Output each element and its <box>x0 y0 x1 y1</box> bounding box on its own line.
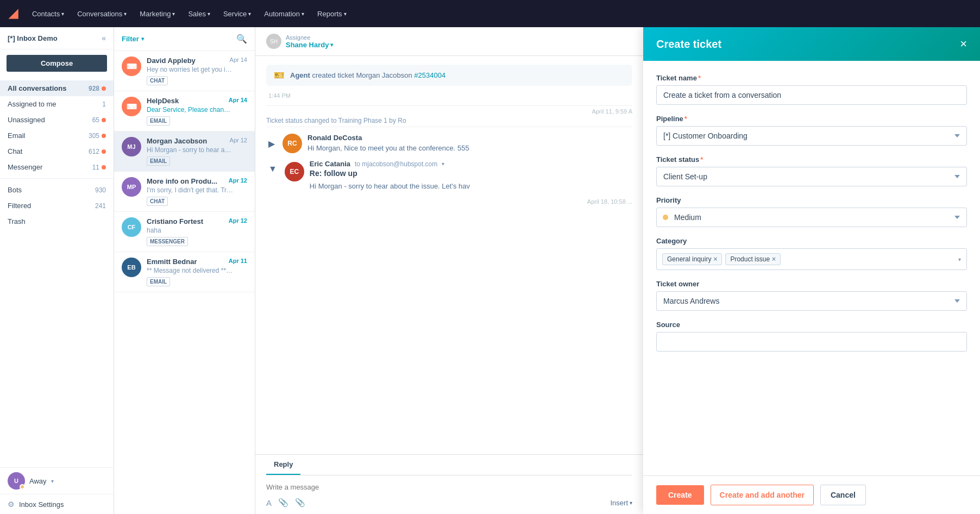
priority-select[interactable]: Medium <box>656 208 967 227</box>
conv-date: Apr 14 <box>229 97 247 103</box>
settings-icon: ⚙ <box>8 500 15 509</box>
conv-item[interactable]: ⌨ HelpDesk Apr 14 Dear Service, Please c… <box>114 91 255 131</box>
conv-preview: I'm sorry, I didn't get that. Try aga... <box>147 186 234 194</box>
ticket-owner-select[interactable]: Marcus Andrews <box>656 291 967 311</box>
category-group: Category General inquiry × Product issue… <box>656 237 967 270</box>
avatar: CF <box>122 217 141 237</box>
conv-name: Cristiano Fortest <box>147 217 203 225</box>
sidebar-item-trash[interactable]: Trash <box>0 214 114 229</box>
emoji-icon[interactable]: 📎 <box>295 498 305 507</box>
sidebar-item-assigned-to-me[interactable]: Assigned to me 1 <box>0 96 114 112</box>
user-status[interactable]: Away <box>29 477 47 485</box>
sidebar-item-email[interactable]: Email 305 <box>0 128 114 143</box>
ticket-status-select[interactable]: Client Set-up <box>656 167 967 186</box>
source-input[interactable] <box>656 332 967 352</box>
reply-area: Reply A 📎 📎 Insert ▾ <box>255 454 643 514</box>
sidebar-item-unassigned[interactable]: Unassigned 65 <box>0 112 114 128</box>
conv-preview: Hi Morgan - sorry to hear about th... <box>147 146 234 154</box>
dot-all <box>102 86 106 91</box>
sidebar-item-messenger[interactable]: Messenger 11 <box>0 159 114 175</box>
msg-avatar: RC <box>282 134 302 153</box>
nav-item-reports[interactable]: Reports▾ <box>312 7 352 21</box>
filter-button[interactable]: Filter ▾ <box>122 35 144 43</box>
conv-date: Apr 14 <box>230 57 247 63</box>
tab-reply[interactable]: Reply <box>266 455 300 475</box>
conv-preview: haha <box>147 227 234 234</box>
create-and-add-another-button[interactable]: Create and add another <box>711 485 814 505</box>
reply-tabs: Reply <box>266 455 632 475</box>
conv-tag: EMAIL <box>147 156 170 166</box>
conv-name: Morgan Jacobson <box>147 137 207 145</box>
status-change: April 11, 9:59 A Ticket status changed t… <box>266 105 632 127</box>
avatar: ⌨ <box>122 97 141 116</box>
expand-message-button[interactable]: ▶ <box>266 139 277 149</box>
msg-to-chevron-icon[interactable]: ▾ <box>442 161 444 167</box>
sidebar-item-chat[interactable]: Chat 612 <box>0 143 114 159</box>
sidebar-item-bots[interactable]: Bots 930 <box>0 182 114 198</box>
create-button[interactable]: Create <box>656 485 704 505</box>
last-time: April 18, 10:58 ... <box>266 198 632 205</box>
assignee-name[interactable]: Shane Hardy ▾ <box>286 41 333 49</box>
conv-item-selected[interactable]: MJ Morgan Jacobson Apr 12 Hi Morgan - so… <box>114 131 255 172</box>
ticket-icon: 🎫 <box>274 70 285 80</box>
conv-date: Apr 12 <box>229 177 247 184</box>
top-nav: ◢ Contacts▾ Conversations▾ Marketing▾ Sa… <box>0 0 980 27</box>
source-label: Source <box>656 321 967 329</box>
category-tag-close-product[interactable]: × <box>772 255 776 263</box>
category-tag-close-general[interactable]: × <box>713 255 717 263</box>
conv-tag: EMAIL <box>147 116 170 126</box>
msg-body: Hi Morgan - sorry to hear about the issu… <box>310 181 632 192</box>
conv-tag: CHAT <box>147 76 168 85</box>
sidebar-collapse-icon[interactable]: « <box>102 34 106 42</box>
sidebar-header: [*] Inbox Demo « <box>0 27 114 49</box>
sidebar-item-filtered[interactable]: Filtered 241 <box>0 198 114 214</box>
cancel-button[interactable]: Cancel <box>820 485 866 505</box>
hubspot-logo: ◢ <box>9 7 18 21</box>
conv-tag: EMAIL <box>147 277 170 286</box>
conv-item[interactable]: ⌨ David Appleby Apr 14 Hey no worries le… <box>114 51 255 91</box>
sidebar-nav: All conversations 928 Assigned to me 1 U… <box>0 77 114 467</box>
conv-main: SH Assignee Shane Hardy ▾ 🎫 Agent create… <box>255 27 643 514</box>
main-container: [*] Inbox Demo « Compose All conversatio… <box>0 27 980 514</box>
nav-item-contacts[interactable]: Contacts▾ <box>27 7 70 21</box>
compose-button[interactable]: Compose <box>7 55 107 72</box>
ticket-name-input[interactable] <box>656 85 967 105</box>
nav-item-marketing[interactable]: Marketing▾ <box>134 7 180 21</box>
priority-label: Priority <box>656 196 967 204</box>
source-group: Source <box>656 321 967 352</box>
assignee-label: Assignee <box>286 34 333 41</box>
ticket-status-label: Ticket status* <box>656 155 967 164</box>
reply-input[interactable] <box>266 481 632 493</box>
text-format-icon[interactable]: A <box>266 498 272 507</box>
priority-group: Priority Medium <box>656 196 967 227</box>
insert-button[interactable]: Insert ▾ <box>610 499 632 507</box>
assignee-avatar: SH <box>266 34 281 49</box>
nav-item-sales[interactable]: Sales▾ <box>183 7 216 21</box>
category-tag-product: Product issue × <box>725 253 781 265</box>
message-bubble: ▶ RC Ronald DeCosta Hi Morgan, Nice to m… <box>266 134 632 153</box>
nav-item-conversations[interactable]: Conversations▾ <box>72 7 132 21</box>
conv-tag: CHAT <box>147 197 168 206</box>
attachment-icon[interactable]: 📎 <box>278 498 288 507</box>
avatar: U <box>8 472 25 490</box>
category-chevron-icon: ▾ <box>958 256 961 262</box>
collapse-message-button[interactable]: ▼ <box>266 164 279 174</box>
category-field[interactable]: General inquiry × Product issue × ▾ <box>656 248 967 270</box>
msg-subject: Re: follow up <box>310 169 632 178</box>
search-icon[interactable]: 🔍 <box>236 34 247 44</box>
away-dot <box>20 484 25 490</box>
conv-item[interactable]: CF Cristiano Fortest Apr 12 haha MESSENG… <box>114 212 255 252</box>
conv-name: Emmitt Bednar <box>147 258 197 266</box>
ticket-name-group: Ticket name* <box>656 74 967 105</box>
panel-header: Create ticket × <box>643 27 980 61</box>
inbox-settings-row[interactable]: ⚙ Inbox Settings <box>0 494 114 514</box>
conv-item[interactable]: EB Emmitt Bednar Apr 11 ** Message not d… <box>114 252 255 292</box>
inbox-title[interactable]: [*] Inbox Demo <box>8 34 58 42</box>
pipeline-select[interactable]: [*] Customer Onboarding <box>656 126 967 146</box>
nav-item-service[interactable]: Service▾ <box>218 7 256 21</box>
conv-item[interactable]: MP More info on Produ... Apr 12 I'm sorr… <box>114 172 255 212</box>
dot-email <box>102 134 106 138</box>
sidebar-item-all-conversations[interactable]: All conversations 928 <box>0 80 114 96</box>
nav-item-automation[interactable]: Automation▾ <box>259 7 310 21</box>
close-panel-button[interactable]: × <box>960 37 967 51</box>
